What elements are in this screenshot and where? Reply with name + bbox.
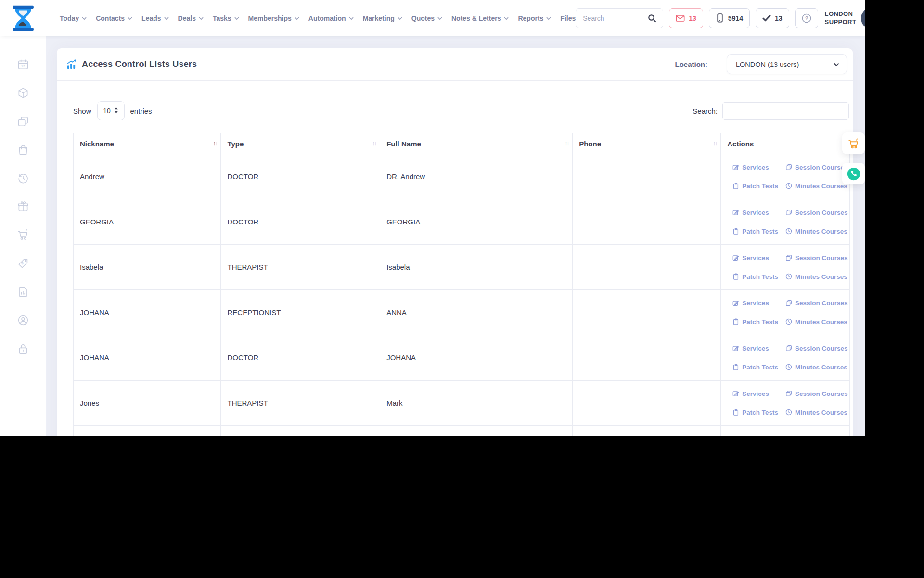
services-link[interactable]: Services [732, 435, 785, 436]
copy-pages-icon[interactable] [17, 115, 29, 128]
sort-icon: ↑↓ [713, 140, 717, 147]
services-link[interactable]: Services [732, 209, 785, 216]
column-header-phone[interactable]: Phone↑↓ [573, 133, 721, 154]
patch-tests-link[interactable]: Patch Tests [732, 273, 785, 280]
cell-actions: ServicesSession CoursesPatch TestsMinute… [721, 199, 850, 245]
phone-extension: 5914 [728, 14, 743, 22]
nav-item-contacts[interactable]: Contacts [96, 14, 132, 22]
cart-fab[interactable] [842, 132, 865, 154]
nav-item-deals[interactable]: Deals [178, 14, 204, 22]
session-courses-link[interactable]: Session Courses [785, 435, 847, 436]
cell-actions: ServicesSession CoursesPatch TestsMinute… [721, 154, 850, 199]
location-value: LONDON (13 users) [736, 61, 799, 68]
column-header-full-name[interactable]: Full Name↑↓ [380, 133, 573, 154]
table-row: GEORGIADOCTORGEORGIAServicesSession Cour… [74, 199, 850, 245]
tasks-badge[interactable]: 13 [756, 8, 789, 28]
location-label: Location: [675, 60, 708, 68]
table-search-input[interactable] [722, 102, 849, 120]
history-icon[interactable] [17, 172, 29, 184]
cell-phone [573, 199, 721, 245]
clipboard-icon [732, 183, 739, 189]
help-button[interactable]: ? [795, 8, 818, 28]
user-circle-icon[interactable] [17, 314, 29, 327]
clipboard-icon [732, 364, 739, 370]
nav-item-memberships[interactable]: Memberships [248, 14, 299, 22]
session-courses-link[interactable]: Session Courses [785, 164, 847, 171]
whatsapp-fab[interactable] [842, 163, 865, 184]
session-courses-link[interactable]: Session Courses [785, 390, 847, 397]
nav-item-automation[interactable]: Automation [308, 14, 354, 22]
products-box-icon[interactable] [17, 87, 29, 99]
sort-icon: ↑↓ [213, 140, 217, 147]
user-menu[interactable]: LONDON SUPPORT [825, 7, 865, 29]
minutes-courses-link[interactable]: Minutes Courses [785, 273, 847, 280]
hourglass-logo-icon [10, 4, 37, 32]
clock-icon [785, 409, 792, 416]
minutes-courses-link[interactable]: Minutes Courses [785, 228, 847, 235]
search-button[interactable] [642, 9, 663, 28]
table-search-control: Search: [693, 102, 849, 120]
services-link[interactable]: Services [732, 345, 785, 352]
shopping-bag-icon[interactable] [17, 144, 29, 156]
topbar: TodayContactsLeadsDealsTasksMembershipsA… [0, 0, 865, 36]
lock-icon[interactable] [17, 342, 29, 355]
column-header-type[interactable]: Type↑↓ [221, 133, 380, 154]
report-document-icon[interactable] [17, 286, 29, 298]
main-nav: TodayContactsLeadsDealsTasksMembershipsA… [60, 14, 576, 22]
main-content: Access Control Lists Users Location: LON… [46, 36, 865, 436]
patch-tests-link[interactable]: Patch Tests [732, 228, 785, 235]
clock-icon [785, 364, 792, 370]
nav-item-leads[interactable]: Leads [141, 14, 168, 22]
patch-tests-link[interactable]: Patch Tests [732, 318, 785, 326]
sort-icon: ↑↓ [372, 140, 376, 147]
svg-text:?: ? [805, 15, 808, 21]
minutes-courses-link[interactable]: Minutes Courses [785, 364, 847, 371]
page-size-select[interactable]: 10 [97, 101, 125, 120]
app-logo[interactable] [0, 4, 46, 32]
edit-icon [732, 345, 739, 352]
services-link[interactable]: Services [732, 254, 785, 262]
calendar-icon[interactable]: 12 [17, 58, 29, 71]
edit-icon [732, 300, 739, 306]
minutes-courses-link[interactable]: Minutes Courses [785, 318, 847, 326]
nav-item-quotes[interactable]: Quotes [411, 14, 442, 22]
cell-nickname: JOHANA [74, 335, 221, 381]
nav-item-tasks[interactable]: Tasks [213, 14, 239, 22]
nav-item-marketing[interactable]: Marketing [363, 14, 402, 22]
show-label: Show [73, 107, 91, 115]
nav-item-today[interactable]: Today [60, 14, 87, 22]
patch-tests-link[interactable]: Patch Tests [732, 409, 785, 416]
nav-item-reports[interactable]: Reports [518, 14, 551, 22]
services-link[interactable]: Services [732, 164, 785, 171]
table-row: AndrewDOCTORDR. AndrewServicesSession Co… [74, 154, 850, 199]
price-tag-icon[interactable]: $ [17, 257, 29, 270]
cell-phone [573, 426, 721, 436]
nav-item-files[interactable]: Files [560, 14, 576, 22]
nav-item-notes-letters[interactable]: Notes & Letters [451, 14, 509, 22]
patch-tests-link[interactable]: Patch Tests [732, 183, 785, 190]
gift-icon[interactable] [17, 200, 29, 213]
global-search-input[interactable] [576, 14, 642, 22]
messages-badge[interactable]: 13 [669, 8, 703, 28]
phone-badge[interactable]: 5914 [709, 8, 750, 28]
services-link[interactable]: Services [732, 300, 785, 307]
location-select[interactable]: LONDON (13 users) [727, 54, 847, 74]
clipboard-icon [732, 409, 739, 416]
patch-tests-link[interactable]: Patch Tests [732, 364, 785, 371]
floating-buttons [842, 132, 865, 184]
services-link[interactable]: Services [732, 390, 785, 397]
session-courses-link[interactable]: Session Courses [785, 345, 847, 352]
copy-icon [785, 435, 792, 436]
session-courses-link[interactable]: Session Courses [785, 254, 847, 262]
minutes-courses-link[interactable]: Minutes Courses [785, 409, 847, 416]
messages-count: 13 [689, 14, 696, 22]
minutes-courses-link[interactable]: Minutes Courses [785, 183, 847, 190]
avatar[interactable] [861, 7, 865, 29]
cart-icon[interactable] [17, 229, 29, 241]
clock-icon [785, 228, 792, 235]
column-header-nickname[interactable]: Nickname↑↓ [74, 133, 221, 154]
acl-users-table: Nickname↑↓Type↑↓Full Name↑↓Phone↑↓Action… [73, 133, 850, 436]
page-title: Access Control Lists Users [82, 59, 197, 69]
session-courses-link[interactable]: Session Courses [785, 300, 847, 307]
session-courses-link[interactable]: Session Courses [785, 209, 847, 216]
